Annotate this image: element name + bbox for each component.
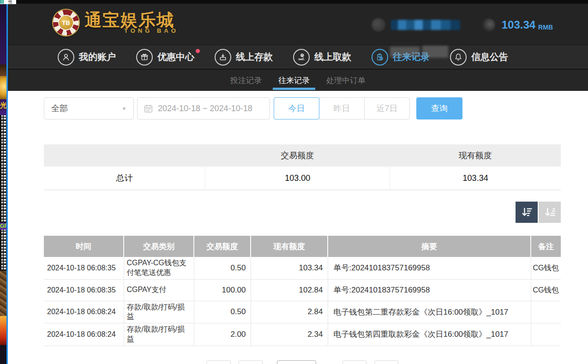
background-window-titlebar-fragment: 性: [0, 0, 16, 4]
quick-date-group: 今日 昨日 近7日: [274, 97, 410, 119]
record-tabbar: 投注记录 往来记录 处理中订单: [8, 69, 588, 91]
cell-note: [531, 301, 561, 323]
cell-amount: 0.50: [194, 257, 251, 279]
gift-icon: [136, 49, 153, 66]
cell-summary: 电子钱包第二重存款彩金《次日16:00领取》_1017: [328, 301, 531, 323]
column-header-summary: 摘要: [328, 236, 531, 257]
nav-label: 我的账户: [79, 51, 116, 63]
quick-button-today[interactable]: 今日: [274, 97, 319, 119]
column-header-balance: 现有额度: [251, 236, 328, 257]
cell-type: 存款/取款/打码/损益: [124, 301, 194, 323]
calendar-icon: [144, 104, 153, 113]
casino-site-page: TB 通宝娱乐城 TONG BAO 103.34 RMB: [8, 0, 588, 364]
username-blurred: [391, 20, 460, 30]
cell-time: 2024-10-18 06:08:35: [44, 279, 124, 301]
sort-ascending-button[interactable]: [539, 202, 561, 223]
nav-item-my-account[interactable]: 我的账户: [58, 49, 116, 66]
nav-label: 信息公告: [471, 51, 508, 63]
nav-label: 优惠中心: [157, 51, 194, 63]
tab-transaction-records[interactable]: 往来记录: [278, 70, 310, 91]
balance-amount: 103.34: [502, 19, 535, 30]
main-nav: 我的账户 优惠中心: [8, 45, 588, 69]
bg-segment-wood: [0, 271, 6, 316]
pagination-button-stub[interactable]: [239, 360, 263, 364]
table-row: 2024-10-18 06:08:35 CGPAY支付 100.00 102.8…: [44, 279, 561, 301]
cell-summary: 单号:202410183757169958: [328, 279, 531, 301]
column-header-note: 备注: [531, 236, 561, 257]
redaction-blur-patch: [390, 47, 420, 57]
poker-chip-label: TB: [58, 15, 74, 30]
cell-time: 2024-10-18 06:08:24: [44, 301, 124, 323]
nav-item-online-withdrawal[interactable]: 线上取款: [293, 49, 351, 66]
redaction-blur-patch: [422, 46, 448, 58]
bg-segment-text: 光: [0, 99, 6, 111]
sort-asc-icon: [544, 206, 556, 219]
cell-note: CG钱包: [531, 257, 561, 279]
quick-button-yesterday[interactable]: 昨日: [319, 97, 365, 119]
sort-controls: [44, 202, 561, 223]
records-icon: [372, 49, 388, 66]
site-header: TB 通宝娱乐城 TONG BAO 103.34 RMB: [8, 4, 588, 45]
pagination-button-stub[interactable]: [374, 360, 398, 364]
site-logo[interactable]: TB 通宝娱乐城 TONG BAO: [53, 10, 179, 36]
tab-betting-records[interactable]: 投注记录: [230, 70, 262, 91]
notification-dot-badge: [196, 49, 200, 53]
user-icon: [58, 49, 74, 66]
chevron-down-icon: ▼: [122, 106, 126, 111]
sort-descending-button[interactable]: [516, 202, 538, 223]
table-row: 2024-10-18 06:08:24 存款/取款/打码/损益 2.00 2.3…: [44, 323, 561, 346]
quick-button-last7days[interactable]: 近7日: [364, 97, 410, 119]
column-header-time: 时间: [44, 236, 124, 257]
cell-balance: 2.34: [251, 323, 328, 346]
corner-glyph-fragment: [0, 0, 4, 4]
cell-time: 2024-10-18 06:08:35: [44, 257, 124, 279]
type-select[interactable]: 全部 ▼: [44, 97, 134, 119]
pagination-page-select-stub[interactable]: [277, 360, 316, 364]
pagination-button-stub[interactable]: [206, 360, 231, 364]
background-window-edge: 光 GR: [0, 0, 8, 364]
bg-segment-gold-coin: [0, 76, 6, 99]
logo-text: 通宝娱乐城 TONG BAO: [84, 12, 179, 34]
balance-coin-icon-blurred[interactable]: [482, 18, 495, 31]
summary-header-transaction-amount: 交易额度: [205, 144, 390, 167]
bg-segment-qr-code-2: [0, 230, 6, 271]
search-button[interactable]: 查询: [416, 97, 462, 119]
date-range-value: 2024-10-18 ~ 2024-10-18: [158, 104, 252, 113]
summary-table: 交易额度 现有额度 总计 103.00 103.34: [44, 144, 561, 190]
user-area: 103.34 RMB: [372, 18, 553, 32]
withdraw-icon: [293, 49, 310, 66]
cell-balance: 103.34: [251, 257, 328, 279]
nav-item-announcements[interactable]: 信息公告: [450, 49, 508, 66]
column-header-amount: 交易额度: [194, 236, 251, 257]
logo-title-cn: 通宝娱乐城: [84, 12, 179, 29]
summary-header-row: 交易额度 现有额度: [44, 144, 561, 167]
summary-header-current-balance: 现有额度: [390, 144, 561, 167]
corner-text: 性: [8, 0, 13, 4]
cell-type: CGPAY-CG钱包支付笔笔送优惠: [124, 257, 194, 279]
bg-segment-purple2: [0, 111, 6, 115]
tab-processing-orders[interactable]: 处理中订单: [326, 70, 366, 91]
content-area: 全部 ▼ 2024-10-18 ~ 2024-10-18: [8, 91, 588, 364]
bg-segment-gr-text: GR: [0, 223, 6, 230]
cell-balance: 102.84: [251, 279, 328, 301]
nav-label: 线上取款: [314, 51, 351, 63]
summary-total-row: 总计 103.00 103.34: [44, 167, 561, 190]
cell-summary: 单号:202410183757169958: [328, 257, 531, 279]
bg-segment-purple: [0, 4, 6, 65]
date-range-input[interactable]: 2024-10-18 ~ 2024-10-18: [137, 97, 270, 119]
nav-label: 线上存款: [236, 51, 273, 63]
pagination: [44, 360, 561, 364]
pagination-button-stub[interactable]: [342, 360, 366, 364]
bg-segment-dark: [0, 345, 6, 364]
screen: 光 GR 性 TB 通宝娱乐城 TONG BAO: [0, 0, 588, 364]
user-avatar-blurred[interactable]: [372, 18, 385, 32]
nav-item-online-deposit[interactable]: 线上存款: [215, 49, 273, 66]
sort-desc-icon: [521, 206, 533, 219]
records-table: 时间 交易类别 交易额度 现有额度 摘要 备注 2024-10-18 06:08…: [44, 236, 561, 346]
bg-segment-qr-code: [0, 115, 6, 223]
nav-item-promotions[interactable]: 优惠中心: [136, 49, 194, 66]
records-header-row: 时间 交易类别 交易额度 现有额度 摘要 备注: [44, 236, 561, 257]
cell-time: 2024-10-18 06:08:24: [44, 323, 124, 346]
cell-amount: 2.00: [194, 323, 251, 346]
poker-chip-icon: TB: [53, 10, 79, 36]
